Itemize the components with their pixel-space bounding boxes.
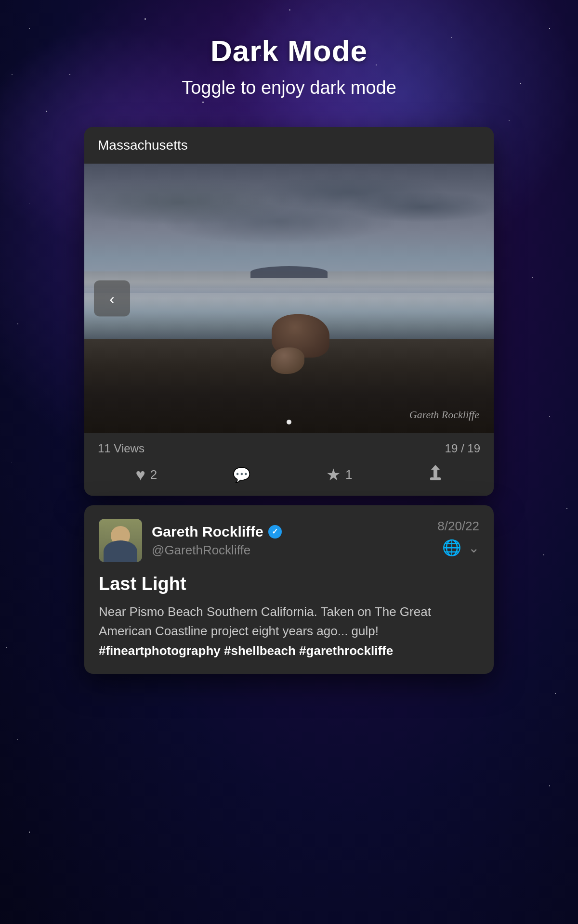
like-count: 2: [150, 467, 157, 482]
page-content: Dark Mode Toggle to enjoy dark mode Mass…: [0, 0, 578, 674]
avatar[interactable]: [99, 519, 142, 562]
svg-marker-1: [431, 465, 440, 470]
svg-rect-0: [434, 469, 437, 477]
dot-indicator: [287, 420, 291, 424]
photo-watermark: Gareth Rockliffe: [409, 409, 479, 421]
photo-card-footer: 11 Views 19 / 19 ♥ 2 💬 ★: [84, 433, 494, 496]
photo-rock-small: [271, 347, 304, 374]
photo-card-inner: Massachusetts Gareth Rockliffe: [84, 127, 494, 496]
share-icon: [428, 464, 443, 485]
photo-meta: 11 Views 19 / 19: [98, 442, 480, 455]
star-count: 1: [345, 467, 352, 482]
post-title: Last Light: [99, 574, 479, 594]
photo-wrapper: Gareth Rockliffe ‹: [84, 164, 494, 433]
profile-handle: @GarethRockliffe: [152, 543, 282, 558]
star-button[interactable]: ★ 1: [326, 465, 352, 484]
page-subtitle: Toggle to enjoy dark mode: [182, 77, 396, 98]
photo-dots: [287, 420, 291, 424]
photo-clouds: [84, 164, 494, 271]
svg-rect-2: [430, 477, 441, 480]
photo-card: Massachusetts Gareth Rockliffe: [84, 127, 494, 496]
verified-check-icon: ✓: [272, 527, 278, 536]
post-body: Near Pismo Beach Southern California. Ta…: [99, 602, 479, 660]
profile-icons-row: 🌐 ⌄: [442, 539, 479, 557]
verified-badge: ✓: [268, 525, 282, 539]
profile-card: Gareth Rockliffe ✓ @GarethRockliffe 8/20…: [84, 505, 494, 674]
profile-name: Gareth Rockliffe: [152, 524, 263, 540]
avatar-image: [99, 519, 142, 562]
globe-icon[interactable]: 🌐: [442, 539, 461, 557]
prev-photo-button[interactable]: ‹: [94, 281, 130, 317]
profile-left: Gareth Rockliffe ✓ @GarethRockliffe: [99, 519, 282, 562]
like-icon: ♥: [135, 465, 145, 484]
photo-actions: ♥ 2 💬 ★ 1: [98, 464, 480, 485]
chevron-left-icon: ‹: [109, 291, 115, 306]
share-button[interactable]: [428, 464, 443, 485]
profile-info: Gareth Rockliffe ✓ @GarethRockliffe: [152, 524, 282, 558]
profile-name-row: Gareth Rockliffe ✓: [152, 524, 282, 540]
profile-header: Gareth Rockliffe ✓ @GarethRockliffe 8/20…: [99, 519, 479, 562]
post-body-text: Near Pismo Beach Southern California. Ta…: [99, 604, 431, 638]
profile-date: 8/20/22: [437, 519, 479, 534]
post-hashtags: #fineartphotography #shellbeach #garethr…: [99, 643, 393, 658]
profile-right: 8/20/22 🌐 ⌄: [437, 519, 479, 557]
chevron-down-icon[interactable]: ⌄: [468, 540, 479, 556]
photo-location: Massachusetts: [98, 138, 188, 153]
like-button[interactable]: ♥ 2: [135, 465, 157, 484]
photo-island: [250, 266, 328, 278]
photo-scene: [84, 164, 494, 433]
star-icon: ★: [326, 465, 341, 484]
photo-card-header: Massachusetts: [84, 127, 494, 164]
page-title: Dark Mode: [210, 34, 368, 68]
views-count: 11 Views: [98, 442, 144, 455]
comment-icon: 💬: [233, 466, 250, 483]
photo-pagination: 19 / 19: [445, 442, 480, 455]
comment-button[interactable]: 💬: [233, 466, 250, 483]
